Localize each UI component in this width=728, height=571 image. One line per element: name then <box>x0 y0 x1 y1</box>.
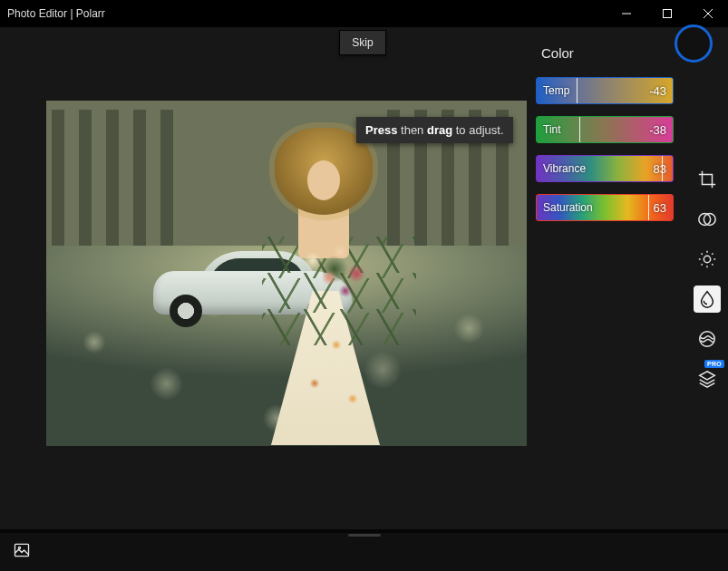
waves-icon <box>697 329 717 349</box>
window-minimize-button[interactable] <box>606 0 646 27</box>
skip-button[interactable]: Skip <box>339 30 386 55</box>
sun-icon <box>697 249 717 269</box>
slider-saturation[interactable]: Saturation 63 <box>536 194 674 221</box>
hint-then: then <box>397 123 427 137</box>
color-swatch-ring[interactable] <box>675 24 713 63</box>
grab-handle[interactable] <box>348 534 381 537</box>
slider-handle[interactable] <box>579 117 580 142</box>
slider-handle[interactable] <box>577 78 578 103</box>
hint-drag: drag <box>427 123 452 137</box>
slider-value: -43 <box>649 78 666 103</box>
layers-icon <box>697 369 717 389</box>
slider-vibrance[interactable]: Vibrance 83 <box>536 155 674 182</box>
slider-handle[interactable] <box>648 195 649 220</box>
window-title: Photo Editor | Polarr <box>7 7 105 20</box>
window-close-button[interactable] <box>687 0 728 27</box>
slider-label: Temp <box>543 78 569 103</box>
svg-point-9 <box>18 547 20 548</box>
slider-label: Saturation <box>543 195 593 220</box>
tool-mask[interactable] <box>694 206 721 233</box>
hint-tail: to adjust. <box>452 123 503 137</box>
tool-crop[interactable] <box>694 166 721 193</box>
mask-icon <box>697 209 717 229</box>
gallery-button[interactable] <box>13 541 31 563</box>
slider-label: Vibrance <box>543 156 586 181</box>
maximize-icon <box>663 9 672 18</box>
svg-rect-8 <box>15 544 29 556</box>
slider-value: 63 <box>654 195 666 220</box>
color-sliders: Temp -43 Tint -38 Vibrance 83 Saturation… <box>536 77 674 233</box>
image-icon <box>13 541 31 559</box>
hint-press: Press <box>365 123 397 137</box>
slider-handle[interactable] <box>662 156 663 181</box>
photo-scene <box>46 101 527 446</box>
svg-rect-1 <box>663 10 671 18</box>
tool-light[interactable] <box>694 246 721 273</box>
minimize-icon <box>622 9 631 18</box>
window-titlebar: Photo Editor | Polarr <box>0 0 728 27</box>
app-body: Skip Color Temp -43 Tint -38 Vibrance 83… <box>0 27 728 529</box>
slider-tint[interactable]: Tint -38 <box>536 116 674 143</box>
skip-button-label: Skip <box>352 36 373 49</box>
close-icon <box>704 9 713 18</box>
tool-effects[interactable] <box>694 325 721 353</box>
slider-temp[interactable]: Temp -43 <box>536 77 674 104</box>
panel-title: Color <box>541 45 574 61</box>
slider-label: Tint <box>543 117 561 142</box>
slider-value: -38 <box>649 117 666 142</box>
image-canvas[interactable] <box>46 101 527 446</box>
window-maximize-button[interactable] <box>646 0 687 27</box>
tool-strip: PRO <box>694 166 721 392</box>
slider-value: 83 <box>654 156 666 181</box>
droplet-icon <box>697 289 717 309</box>
crop-icon <box>697 169 717 189</box>
pro-badge: PRO <box>704 360 724 368</box>
svg-point-6 <box>704 256 710 262</box>
tool-color[interactable] <box>694 286 721 313</box>
tutorial-hint: Press then drag to adjust. <box>356 117 513 143</box>
tool-layers[interactable]: PRO <box>694 365 721 392</box>
bottom-bar <box>0 529 728 571</box>
